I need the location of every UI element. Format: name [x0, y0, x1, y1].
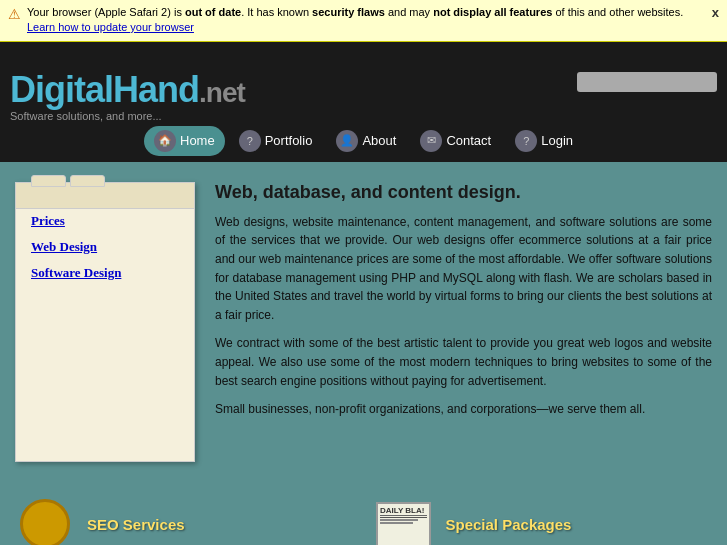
search-bar[interactable] — [577, 72, 717, 92]
bottom-strip: SEO Services DAILY BLA! Special Packages — [0, 482, 727, 545]
sidebar-card: Prices Web Design Software Design — [15, 182, 195, 462]
nav-about[interactable]: 👤 About — [326, 126, 406, 156]
content-heading: Web, database, and content design. — [215, 182, 712, 203]
newspaper-icon: DAILY BLA! — [376, 502, 431, 545]
update-browser-link[interactable]: Learn how to update your browser — [27, 21, 194, 33]
header: DigitalHand.net Software solutions, and … — [0, 42, 727, 122]
portfolio-icon: ? — [239, 130, 261, 152]
nav-login[interactable]: ? Login — [505, 126, 583, 156]
browser-warning-bar: ⚠ Your browser (Apple Safari 2) is out o… — [0, 0, 727, 42]
card-tab-2 — [70, 175, 105, 187]
content-paragraph-3: Small businesses, non-profit organizatio… — [215, 400, 712, 419]
logo-area: DigitalHand.net Software solutions, and … — [10, 72, 245, 122]
nav-home[interactable]: 🏠 Home — [144, 126, 225, 156]
close-warning-button[interactable]: x — [712, 5, 719, 20]
warning-text: Your browser (Apple Safari 2) is out of … — [27, 5, 706, 36]
nav-portfolio-label: Portfolio — [265, 133, 313, 148]
logo-title: DigitalHand.net — [10, 72, 245, 108]
nav-bar: 🏠 Home ? Portfolio 👤 About ✉ Contact ? L… — [0, 122, 727, 162]
nav-home-label: Home — [180, 133, 215, 148]
logo-net: .net — [199, 77, 245, 108]
seo-section: SEO Services — [15, 497, 354, 545]
logo-hand: Hand — [113, 69, 199, 110]
home-icon: 🏠 — [154, 130, 176, 152]
seo-icon-area — [15, 497, 75, 545]
logo-digital: Digital — [10, 69, 113, 110]
card-tabs — [31, 175, 105, 187]
nav-portfolio[interactable]: ? Portfolio — [229, 126, 323, 156]
content-text: Web designs, website maintenance, conten… — [215, 213, 712, 419]
nav-contact[interactable]: ✉ Contact — [410, 126, 501, 156]
content-area: Web, database, and content design. Web d… — [215, 182, 712, 462]
content-paragraph-2: We contract with some of the best artist… — [215, 334, 712, 390]
seo-label: SEO Services — [87, 516, 185, 533]
nav-about-label: About — [362, 133, 396, 148]
main-content: Prices Web Design Software Design Web, d… — [0, 162, 727, 482]
card-tab-1 — [31, 175, 66, 187]
sidebar-link-software-design[interactable]: Software Design — [31, 265, 179, 281]
about-icon: 👤 — [336, 130, 358, 152]
logo-subtitle: Software solutions, and more... — [10, 110, 245, 122]
seo-icon — [20, 499, 70, 545]
login-icon: ? — [515, 130, 537, 152]
sidebar-link-web-design[interactable]: Web Design — [31, 239, 179, 255]
warning-icon: ⚠ — [8, 6, 21, 22]
packages-section: DAILY BLA! Special Packages — [374, 497, 713, 545]
sidebar-link-prices[interactable]: Prices — [31, 213, 179, 229]
content-paragraph-1: Web designs, website maintenance, conten… — [215, 213, 712, 325]
nav-contact-label: Contact — [446, 133, 491, 148]
nav-login-label: Login — [541, 133, 573, 148]
packages-icon-area: DAILY BLA! — [374, 497, 434, 545]
contact-icon: ✉ — [420, 130, 442, 152]
packages-label: Special Packages — [446, 516, 572, 533]
